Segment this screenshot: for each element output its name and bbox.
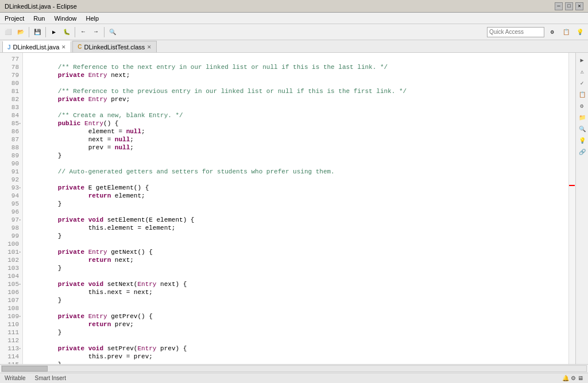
line-num-111: 111 — [0, 328, 22, 336]
code-line-110: return prev; — [28, 320, 564, 328]
code-line-89: } — [28, 152, 564, 160]
toolbar-forward[interactable]: → — [90, 26, 102, 38]
horizontal-scrollbar[interactable] — [1, 365, 587, 372]
title-text: DLinkedList.java - Eclipse — [5, 3, 77, 10]
code-line-97: private void setElement(E element) { — [28, 216, 564, 224]
bottom-scrollbar-area — [0, 364, 588, 373]
minimize-button[interactable]: ─ — [555, 2, 563, 10]
code-content[interactable]: /** Reference to the next entry in our l… — [23, 53, 568, 364]
code-line-92 — [28, 176, 564, 184]
line-num-108: 108 — [0, 304, 22, 312]
line-num-84: 84 — [0, 111, 22, 119]
code-line-88: prev = null; — [28, 144, 564, 152]
line-num-103: 103 — [0, 264, 22, 272]
line-num-102: 102 — [0, 256, 22, 264]
line-num-93: 93 — [0, 184, 22, 192]
code-line-95: } — [28, 200, 564, 208]
tab-dlinkedlist[interactable]: JDLinkedList.java✕ — [2, 41, 71, 52]
toolbar-separator-4 — [104, 27, 105, 37]
sidebar-icon-4[interactable]: 📋 — [577, 90, 587, 100]
tab-test-close[interactable]: ✕ — [147, 44, 152, 50]
tab-test-icon: C — [78, 44, 82, 50]
sidebar-icon-1[interactable]: ▶ — [577, 55, 587, 65]
code-line-80 — [28, 79, 564, 87]
sidebar-icon-5[interactable]: ⚙ — [577, 101, 587, 111]
line-num-115: 115 — [0, 361, 22, 364]
tab-bar: JDLinkedList.java✕CDLinkedListTest.class… — [0, 40, 588, 53]
tab-test[interactable]: CDLinkedListTest.class✕ — [72, 41, 157, 52]
code-line-83 — [28, 103, 564, 111]
sidebar-icon-2[interactable]: ⚠ — [577, 67, 587, 77]
toolbar-debug[interactable]: 🐛 — [61, 26, 72, 38]
line-num-85: 85 — [0, 119, 22, 127]
line-num-97: 97 — [0, 216, 22, 224]
menu-item-project[interactable]: Project — [2, 14, 26, 22]
tab-dlinkedlist-close[interactable]: ✕ — [61, 44, 66, 50]
toolbar-new[interactable]: ⬜ — [2, 26, 14, 38]
line-num-92: 92 — [0, 176, 22, 184]
toolbar-save[interactable]: 💾 — [32, 26, 43, 38]
toolbar-back[interactable]: ← — [78, 26, 89, 38]
quick-access-area: ⚙ 📋 💡 — [487, 26, 586, 38]
toolbar: ⬜ 📂 💾 ▶ 🐛 ← → 🔍 ⚙ 📋 💡 — [0, 24, 588, 40]
line-num-101: 101 — [0, 248, 22, 256]
toolbar-extra-1[interactable]: ⚙ — [547, 26, 558, 38]
menu-item-run[interactable]: Run — [31, 14, 47, 22]
line-num-99: 99 — [0, 232, 22, 240]
sidebar-icon-3[interactable]: ✓ — [577, 78, 587, 88]
line-num-96: 96 — [0, 208, 22, 216]
code-line-102: return next; — [28, 256, 564, 264]
right-sidebar: ▶ ⚠ ✓ 📋 ⚙ 📁 🔍 💡 🔗 — [575, 53, 588, 364]
main-area: 7778798081828384858687888990919293949596… — [0, 53, 588, 364]
code-line-77 — [28, 55, 564, 63]
status-insert: Smart Insert — [35, 375, 66, 381]
line-num-86: 86 — [0, 127, 22, 136]
code-line-104 — [28, 272, 564, 280]
code-line-93: private E getElement() { — [28, 184, 564, 192]
code-line-105: private void setNext(Entry next) { — [28, 280, 564, 288]
quick-access-input[interactable] — [487, 27, 544, 37]
status-bar: Writable Smart Insert 🔔 ⚙ 🖥 — [0, 373, 588, 383]
line-num-82: 82 — [0, 95, 22, 103]
close-button[interactable]: ✕ — [575, 2, 583, 10]
toolbar-separator-1 — [29, 27, 29, 37]
line-num-89: 89 — [0, 152, 22, 160]
code-line-101: private Entry getNext() { — [28, 248, 564, 256]
line-num-94: 94 — [0, 192, 22, 200]
code-line-99: } — [28, 232, 564, 240]
line-num-79: 79 — [0, 71, 22, 79]
code-line-84: /** Create a new, blank Entry. */ — [28, 111, 564, 119]
tab-test-label: DLinkedListTest.class — [84, 44, 145, 51]
line-num-88: 88 — [0, 144, 22, 152]
menu-item-help[interactable]: Help — [84, 14, 102, 22]
menu-item-window[interactable]: Window — [52, 14, 79, 22]
line-num-91: 91 — [0, 168, 22, 176]
code-line-112 — [28, 336, 564, 345]
sidebar-icon-8[interactable]: 💡 — [577, 136, 587, 146]
toolbar-open[interactable]: 📂 — [15, 26, 26, 38]
code-line-103: } — [28, 264, 564, 272]
sidebar-icon-6[interactable]: 📁 — [577, 113, 587, 123]
sidebar-icon-9[interactable]: 🔗 — [577, 147, 587, 157]
sidebar-icon-7[interactable]: 🔍 — [577, 124, 587, 134]
line-num-107: 107 — [0, 296, 22, 304]
line-num-105: 105 — [0, 280, 22, 288]
line-num-109: 109 — [0, 312, 22, 320]
maximize-button[interactable]: □ — [565, 2, 573, 10]
scroll-thumb[interactable] — [2, 366, 48, 372]
toolbar-run[interactable]: ▶ — [48, 26, 60, 38]
title-bar: DLinkedList.java - Eclipse ─ □ ✕ — [0, 0, 588, 13]
window-controls: ─ □ ✕ — [555, 2, 583, 10]
tab-dlinkedlist-label: DLinkedList.java — [13, 44, 60, 51]
code-line-107: } — [28, 296, 564, 304]
line-num-114: 114 — [0, 353, 22, 361]
toolbar-search[interactable]: 🔍 — [107, 26, 118, 38]
code-line-108 — [28, 304, 564, 312]
toolbar-extra-3[interactable]: 💡 — [574, 26, 586, 38]
minimap-indicator — [569, 185, 575, 186]
line-num-90: 90 — [0, 160, 22, 168]
code-line-115: } — [28, 361, 564, 364]
code-line-94: return element; — [28, 192, 564, 200]
toolbar-extra-2[interactable]: 📋 — [560, 26, 572, 38]
code-line-78: /** Reference to the next entry in our l… — [28, 63, 564, 71]
